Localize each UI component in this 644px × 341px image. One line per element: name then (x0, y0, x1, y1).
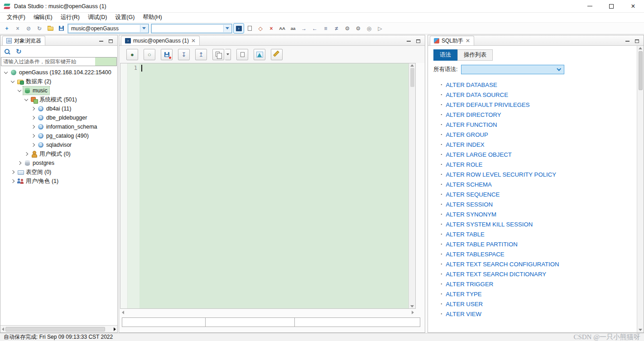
syntax-item-link[interactable]: ALTER GROUP (446, 131, 488, 138)
tab-syntax[interactable]: 语法 (433, 49, 457, 61)
refresh-icon[interactable]: ↻ (16, 48, 22, 55)
scroll-up-icon[interactable] (639, 47, 642, 49)
execute-in-new-tab-icon[interactable]: ○ (144, 49, 155, 60)
syntax-item-link[interactable]: ALTER SEQUENCE (446, 191, 500, 198)
remove-comment-icon[interactable]: ≠ (332, 24, 341, 33)
all-syntax-select[interactable] (461, 65, 564, 74)
expand-arrow-icon[interactable] (23, 150, 30, 158)
visualize-chart-icon[interactable] (254, 49, 265, 60)
preferences-icon[interactable]: ⚙ (353, 24, 363, 33)
syntax-item-link[interactable]: ALTER TABLE PARTITION (446, 241, 518, 248)
syntax-item-link[interactable]: ALTER DATABASE (446, 82, 497, 88)
syntax-item-link[interactable]: ALTER VIEW (446, 311, 481, 317)
expand-arrow-icon[interactable] (16, 159, 23, 167)
object-browser-tab[interactable]: 对象浏览器 (2, 36, 45, 45)
scroll-down-icon[interactable] (410, 305, 414, 307)
filter-input[interactable] (1, 57, 95, 66)
scrollbar-thumb[interactable] (639, 51, 643, 90)
compile-object-icon[interactable]: ◇ (255, 24, 265, 33)
execute-statement-icon[interactable]: ● (126, 49, 138, 60)
tree-horizontal-scrollbar[interactable] (0, 325, 117, 332)
tree-node-postgres[interactable]: postgres (0, 158, 117, 168)
syntax-item-link[interactable]: ALTER ROLE (446, 161, 482, 168)
menu-item-run[interactable]: 运行(R) (57, 13, 84, 22)
collapse-arrow-icon[interactable] (16, 87, 23, 94)
tree-node-tablespaces[interactable]: 表空间 (0) (0, 168, 117, 177)
connection-select[interactable]: music@openGauss (68, 24, 149, 33)
new-sql-terminal-icon[interactable] (245, 24, 255, 33)
panel-maximize-icon[interactable] (635, 39, 639, 43)
tab-close-icon[interactable]: ✕ (466, 38, 470, 43)
expand-arrow-icon[interactable] (29, 123, 37, 130)
expand-arrow-icon[interactable] (29, 141, 37, 149)
remove-connection-icon[interactable]: × (13, 24, 23, 33)
panel-minimize-icon[interactable] (99, 41, 103, 42)
syntax-item-link[interactable]: ALTER SYNONYM (446, 211, 496, 218)
editor-vertical-scrollbar[interactable] (409, 63, 415, 308)
copy-result-icon[interactable] (212, 49, 224, 60)
close-button[interactable]: × (622, 0, 644, 12)
indent-icon[interactable]: → (299, 24, 309, 33)
scroll-up-icon[interactable] (410, 64, 414, 67)
syntax-item-link[interactable]: ALTER USER (446, 301, 483, 307)
expand-arrow-icon[interactable] (29, 105, 37, 112)
expand-arrow-icon[interactable] (29, 114, 37, 121)
scroll-right-icon[interactable] (412, 311, 414, 314)
save-script-icon[interactable] (56, 24, 66, 33)
editor-tab[interactable]: › music@openGauss (1) ✕ (121, 36, 200, 45)
syntax-item-link[interactable]: ALTER INDEX (446, 141, 485, 148)
tree-node-user-schemas[interactable]: 用户模式 (0) (0, 149, 117, 158)
tree-node-db4ai[interactable]: db4ai (11) (0, 104, 117, 113)
copy-options-chevron-icon[interactable] (225, 49, 231, 60)
collapse-arrow-icon[interactable] (9, 78, 16, 85)
scroll-left-icon[interactable] (2, 327, 4, 331)
menu-item-file[interactable]: 文件(F) (3, 13, 29, 22)
refresh-connection-icon[interactable]: ↻ (34, 24, 44, 33)
menu-item-settings[interactable]: 设置(G) (111, 13, 139, 22)
tree-node-sqladvisor[interactable]: sqladvisor (0, 140, 117, 149)
editor-text-area[interactable] (139, 63, 409, 308)
tree-node-information-schema[interactable]: information_schema (0, 122, 117, 131)
syntax-item-link[interactable]: ALTER TABLESPACE (446, 251, 504, 258)
record-macro-icon[interactable]: ◎ (364, 24, 374, 33)
database-select[interactable] (151, 24, 232, 33)
syntax-item-link[interactable]: ALTER SCHEMA (446, 181, 492, 188)
minimize-button[interactable] (579, 0, 601, 12)
format-settings-icon[interactable]: ⚙ (342, 24, 352, 33)
tree-node-music[interactable]: music (0, 86, 117, 95)
syntax-item-link[interactable]: ALTER TYPE (446, 291, 481, 298)
maximize-button[interactable] (601, 0, 622, 12)
lowercase-icon[interactable]: aa (288, 24, 298, 33)
menu-item-edit[interactable]: 编辑(E) (29, 13, 57, 22)
syntax-item-link[interactable]: ALTER SESSION (446, 201, 493, 208)
assistant-vertical-scrollbar[interactable] (637, 46, 644, 332)
syntax-item-link[interactable]: ALTER TEXT SEARCH DICTIONARY (446, 271, 546, 278)
outdent-icon[interactable]: ← (310, 24, 320, 33)
syntax-item-link[interactable]: ALTER TRIGGER (446, 281, 493, 288)
save-query-icon[interactable] (161, 49, 173, 60)
add-comment-icon[interactable]: ≡ (321, 24, 331, 33)
menu-item-help[interactable]: 帮助(H) (139, 13, 166, 22)
panel-minimize-icon[interactable] (407, 41, 411, 42)
syntax-item-link[interactable]: ALTER DATA SOURCE (446, 91, 508, 98)
menu-item-debug[interactable]: 调试(D) (84, 13, 111, 22)
search-icon[interactable] (4, 48, 10, 55)
open-script-icon[interactable] (45, 24, 55, 33)
scrollbar-thumb[interactable] (410, 68, 414, 87)
import-file-icon[interactable]: ↥ (195, 49, 207, 60)
syntax-item-link[interactable]: ALTER ROW LEVEL SECURITY POLICY (446, 171, 556, 178)
syntax-item-link[interactable]: ALTER LARGE OBJECT (446, 151, 512, 158)
panel-maximize-icon[interactable] (416, 39, 420, 43)
export-result-icon[interactable]: ↧ (178, 49, 190, 60)
scroll-left-icon[interactable] (122, 311, 124, 314)
scroll-down-icon[interactable] (639, 329, 642, 331)
collapse-arrow-icon[interactable] (23, 96, 30, 103)
disconnect-icon[interactable]: ⊘ (24, 24, 34, 33)
panel-maximize-icon[interactable] (109, 39, 113, 43)
tree-node-system-schemas[interactable]: 系统模式 (501) (0, 95, 117, 104)
syntax-item-link[interactable]: ALTER SYSTEM KILL SESSION (446, 221, 533, 228)
chevron-down-icon[interactable] (223, 25, 231, 32)
run-macro-icon[interactable]: ▷ (375, 24, 385, 33)
scrollbar-thumb[interactable] (5, 327, 105, 331)
tree-node-users-roles[interactable]: 用户/角色 (1) (0, 177, 117, 186)
